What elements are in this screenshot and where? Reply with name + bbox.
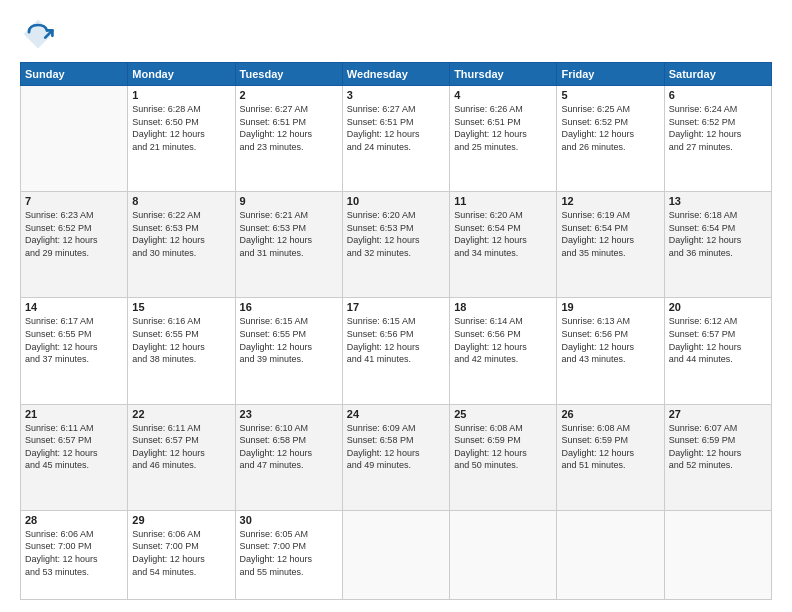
day-number: 27 [669, 408, 767, 420]
day-detail: Sunrise: 6:14 AMSunset: 6:56 PMDaylight:… [454, 315, 552, 365]
day-number: 28 [25, 514, 123, 526]
calendar-week-row: 14Sunrise: 6:17 AMSunset: 6:55 PMDayligh… [21, 298, 772, 404]
weekday-header-sunday: Sunday [21, 63, 128, 86]
day-number: 7 [25, 195, 123, 207]
day-number: 23 [240, 408, 338, 420]
day-number: 16 [240, 301, 338, 313]
day-detail: Sunrise: 6:26 AMSunset: 6:51 PMDaylight:… [454, 103, 552, 153]
day-detail: Sunrise: 6:21 AMSunset: 6:53 PMDaylight:… [240, 209, 338, 259]
calendar-table: SundayMondayTuesdayWednesdayThursdayFrid… [20, 62, 772, 600]
calendar-cell: 7Sunrise: 6:23 AMSunset: 6:52 PMDaylight… [21, 192, 128, 298]
day-number: 29 [132, 514, 230, 526]
day-detail: Sunrise: 6:27 AMSunset: 6:51 PMDaylight:… [240, 103, 338, 153]
day-number: 9 [240, 195, 338, 207]
day-number: 2 [240, 89, 338, 101]
day-number: 8 [132, 195, 230, 207]
calendar-cell: 13Sunrise: 6:18 AMSunset: 6:54 PMDayligh… [664, 192, 771, 298]
calendar-week-row: 7Sunrise: 6:23 AMSunset: 6:52 PMDaylight… [21, 192, 772, 298]
calendar-cell: 1Sunrise: 6:28 AMSunset: 6:50 PMDaylight… [128, 86, 235, 192]
calendar-cell: 8Sunrise: 6:22 AMSunset: 6:53 PMDaylight… [128, 192, 235, 298]
weekday-header-monday: Monday [128, 63, 235, 86]
calendar-cell [342, 510, 449, 599]
calendar-cell: 4Sunrise: 6:26 AMSunset: 6:51 PMDaylight… [450, 86, 557, 192]
day-detail: Sunrise: 6:11 AMSunset: 6:57 PMDaylight:… [25, 422, 123, 472]
page: SundayMondayTuesdayWednesdayThursdayFrid… [0, 0, 792, 612]
day-number: 5 [561, 89, 659, 101]
weekday-header-wednesday: Wednesday [342, 63, 449, 86]
calendar-cell: 20Sunrise: 6:12 AMSunset: 6:57 PMDayligh… [664, 298, 771, 404]
day-number: 15 [132, 301, 230, 313]
calendar-cell: 19Sunrise: 6:13 AMSunset: 6:56 PMDayligh… [557, 298, 664, 404]
calendar-cell: 9Sunrise: 6:21 AMSunset: 6:53 PMDaylight… [235, 192, 342, 298]
calendar-cell [664, 510, 771, 599]
calendar-cell: 2Sunrise: 6:27 AMSunset: 6:51 PMDaylight… [235, 86, 342, 192]
day-detail: Sunrise: 6:25 AMSunset: 6:52 PMDaylight:… [561, 103, 659, 153]
day-number: 24 [347, 408, 445, 420]
day-detail: Sunrise: 6:22 AMSunset: 6:53 PMDaylight:… [132, 209, 230, 259]
day-number: 22 [132, 408, 230, 420]
day-detail: Sunrise: 6:19 AMSunset: 6:54 PMDaylight:… [561, 209, 659, 259]
calendar-cell: 27Sunrise: 6:07 AMSunset: 6:59 PMDayligh… [664, 404, 771, 510]
day-detail: Sunrise: 6:11 AMSunset: 6:57 PMDaylight:… [132, 422, 230, 472]
calendar-cell: 29Sunrise: 6:06 AMSunset: 7:00 PMDayligh… [128, 510, 235, 599]
day-detail: Sunrise: 6:20 AMSunset: 6:53 PMDaylight:… [347, 209, 445, 259]
day-number: 30 [240, 514, 338, 526]
day-number: 11 [454, 195, 552, 207]
calendar-cell: 14Sunrise: 6:17 AMSunset: 6:55 PMDayligh… [21, 298, 128, 404]
calendar-cell [450, 510, 557, 599]
calendar-cell: 28Sunrise: 6:06 AMSunset: 7:00 PMDayligh… [21, 510, 128, 599]
day-number: 19 [561, 301, 659, 313]
logo-icon [20, 16, 56, 52]
calendar-cell: 3Sunrise: 6:27 AMSunset: 6:51 PMDaylight… [342, 86, 449, 192]
header [20, 16, 772, 52]
weekday-header-friday: Friday [557, 63, 664, 86]
calendar-cell: 12Sunrise: 6:19 AMSunset: 6:54 PMDayligh… [557, 192, 664, 298]
calendar-cell: 5Sunrise: 6:25 AMSunset: 6:52 PMDaylight… [557, 86, 664, 192]
day-number: 10 [347, 195, 445, 207]
day-detail: Sunrise: 6:10 AMSunset: 6:58 PMDaylight:… [240, 422, 338, 472]
calendar-cell [21, 86, 128, 192]
day-number: 20 [669, 301, 767, 313]
calendar-cell: 23Sunrise: 6:10 AMSunset: 6:58 PMDayligh… [235, 404, 342, 510]
calendar-header-row: SundayMondayTuesdayWednesdayThursdayFrid… [21, 63, 772, 86]
day-detail: Sunrise: 6:18 AMSunset: 6:54 PMDaylight:… [669, 209, 767, 259]
day-detail: Sunrise: 6:07 AMSunset: 6:59 PMDaylight:… [669, 422, 767, 472]
day-number: 12 [561, 195, 659, 207]
calendar-cell: 25Sunrise: 6:08 AMSunset: 6:59 PMDayligh… [450, 404, 557, 510]
calendar-cell: 16Sunrise: 6:15 AMSunset: 6:55 PMDayligh… [235, 298, 342, 404]
day-detail: Sunrise: 6:27 AMSunset: 6:51 PMDaylight:… [347, 103, 445, 153]
day-number: 6 [669, 89, 767, 101]
calendar-week-row: 1Sunrise: 6:28 AMSunset: 6:50 PMDaylight… [21, 86, 772, 192]
day-number: 1 [132, 89, 230, 101]
calendar-week-row: 21Sunrise: 6:11 AMSunset: 6:57 PMDayligh… [21, 404, 772, 510]
weekday-header-saturday: Saturday [664, 63, 771, 86]
day-detail: Sunrise: 6:28 AMSunset: 6:50 PMDaylight:… [132, 103, 230, 153]
calendar-cell: 21Sunrise: 6:11 AMSunset: 6:57 PMDayligh… [21, 404, 128, 510]
day-number: 4 [454, 89, 552, 101]
day-detail: Sunrise: 6:06 AMSunset: 7:00 PMDaylight:… [25, 528, 123, 578]
calendar-cell: 24Sunrise: 6:09 AMSunset: 6:58 PMDayligh… [342, 404, 449, 510]
weekday-header-thursday: Thursday [450, 63, 557, 86]
day-detail: Sunrise: 6:12 AMSunset: 6:57 PMDaylight:… [669, 315, 767, 365]
calendar-cell: 6Sunrise: 6:24 AMSunset: 6:52 PMDaylight… [664, 86, 771, 192]
calendar-cell: 10Sunrise: 6:20 AMSunset: 6:53 PMDayligh… [342, 192, 449, 298]
day-detail: Sunrise: 6:05 AMSunset: 7:00 PMDaylight:… [240, 528, 338, 578]
calendar-week-row: 28Sunrise: 6:06 AMSunset: 7:00 PMDayligh… [21, 510, 772, 599]
weekday-header-tuesday: Tuesday [235, 63, 342, 86]
calendar-cell: 17Sunrise: 6:15 AMSunset: 6:56 PMDayligh… [342, 298, 449, 404]
day-detail: Sunrise: 6:15 AMSunset: 6:56 PMDaylight:… [347, 315, 445, 365]
day-detail: Sunrise: 6:08 AMSunset: 6:59 PMDaylight:… [561, 422, 659, 472]
day-detail: Sunrise: 6:08 AMSunset: 6:59 PMDaylight:… [454, 422, 552, 472]
logo [20, 16, 60, 52]
day-number: 25 [454, 408, 552, 420]
day-detail: Sunrise: 6:06 AMSunset: 7:00 PMDaylight:… [132, 528, 230, 578]
day-number: 18 [454, 301, 552, 313]
calendar-cell: 30Sunrise: 6:05 AMSunset: 7:00 PMDayligh… [235, 510, 342, 599]
calendar-cell: 18Sunrise: 6:14 AMSunset: 6:56 PMDayligh… [450, 298, 557, 404]
calendar-cell [557, 510, 664, 599]
day-detail: Sunrise: 6:09 AMSunset: 6:58 PMDaylight:… [347, 422, 445, 472]
day-detail: Sunrise: 6:16 AMSunset: 6:55 PMDaylight:… [132, 315, 230, 365]
day-detail: Sunrise: 6:20 AMSunset: 6:54 PMDaylight:… [454, 209, 552, 259]
day-number: 17 [347, 301, 445, 313]
day-number: 13 [669, 195, 767, 207]
